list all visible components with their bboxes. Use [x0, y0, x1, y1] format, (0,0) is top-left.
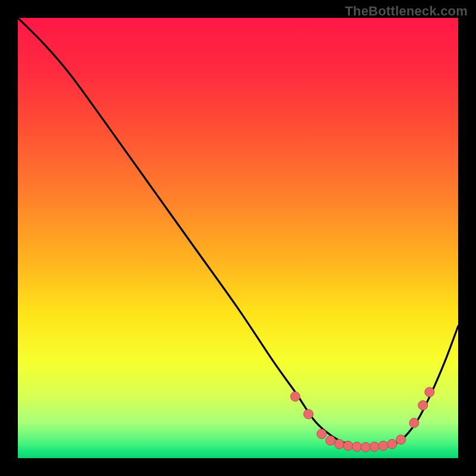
data-point	[425, 387, 434, 397]
data-point	[369, 442, 379, 452]
plot-area	[18, 18, 458, 458]
watermark-text: TheBottleneck.com	[345, 4, 468, 19]
data-point	[409, 418, 419, 428]
data-point	[378, 441, 388, 450]
data-point	[396, 435, 406, 444]
data-points-layer	[18, 18, 458, 458]
data-point	[361, 443, 371, 452]
data-point	[290, 392, 300, 401]
data-point	[352, 442, 362, 452]
data-point	[387, 439, 397, 449]
data-point	[343, 441, 353, 450]
data-point	[325, 436, 335, 445]
data-point	[418, 400, 428, 410]
chart-stage: TheBottleneck.com	[0, 0, 476, 476]
data-point	[317, 429, 327, 439]
data-point	[334, 439, 344, 449]
data-point	[303, 409, 313, 419]
